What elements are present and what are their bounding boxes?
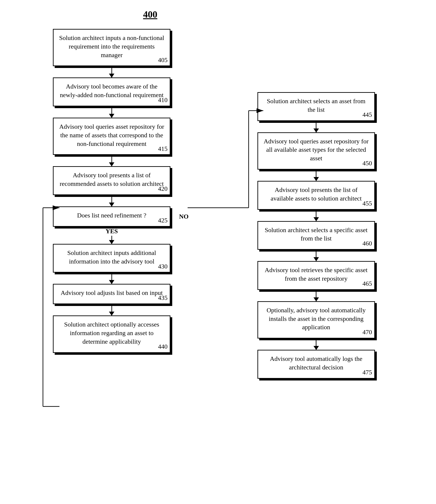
arrow-yes bbox=[111, 236, 112, 244]
arrow-410-415 bbox=[111, 106, 112, 118]
box-410-num: 410 bbox=[158, 96, 167, 104]
arrow-420-425 bbox=[111, 195, 112, 206]
right-column: Solution architect selects an asset from… bbox=[210, 29, 422, 379]
box-475-text: Advisory tool automatically logs the arc… bbox=[270, 355, 362, 371]
box-475-num: 475 bbox=[362, 368, 372, 377]
box-440: Solution architect optionally accesses i… bbox=[53, 315, 170, 353]
diamond-425-wrapper: Does list need refinement ? 425 NO bbox=[53, 206, 170, 227]
box-420: Advisory tool presents a list of recomme… bbox=[53, 166, 170, 195]
flowchart: Solution architect inputs a non-function… bbox=[14, 29, 422, 379]
box-415: Advisory tool queries asset repository f… bbox=[53, 118, 170, 155]
left-column: Solution architect inputs a non-function… bbox=[14, 29, 210, 379]
box-425-text: Does list need refinement ? bbox=[77, 212, 146, 219]
box-460-num: 460 bbox=[362, 239, 372, 248]
box-420-text: Advisory tool presents a list of recomme… bbox=[60, 172, 164, 187]
box-425-num: 425 bbox=[158, 216, 167, 225]
box-405-text: Solution architect inputs a non-function… bbox=[59, 34, 164, 58]
box-430-text: Solution architect inputs additional inf… bbox=[67, 249, 156, 265]
arrow-435-440 bbox=[111, 304, 112, 315]
box-465-text: Advisory tool retrieves the specific ass… bbox=[265, 266, 368, 282]
box-435-text: Advisory tool adjusts list based on inpu… bbox=[61, 289, 163, 296]
box-445-num: 445 bbox=[362, 110, 372, 119]
box-450: Advisory tool queries asset repository f… bbox=[258, 132, 375, 170]
yes-label: YES bbox=[106, 228, 118, 235]
arrow-415-420 bbox=[111, 155, 112, 166]
box-410-text: Advisory tool becomes aware of the newly… bbox=[60, 83, 164, 99]
box-440-text: Solution architect optionally accesses i… bbox=[64, 321, 159, 345]
arrow-460-465 bbox=[316, 250, 316, 261]
box-455: Advisory tool presents the list of avail… bbox=[258, 181, 375, 210]
box-475: Advisory tool automatically logs the arc… bbox=[258, 350, 375, 379]
diagram-title: 400 bbox=[0, 9, 422, 20]
box-470-num: 470 bbox=[362, 328, 372, 336]
box-420-num: 420 bbox=[158, 184, 167, 193]
arrow-465-470 bbox=[316, 290, 316, 301]
box-415-num: 415 bbox=[158, 144, 167, 153]
arrow-470-475 bbox=[316, 339, 316, 350]
arrow-445-450 bbox=[316, 121, 316, 132]
box-465: Advisory tool retrieves the specific ass… bbox=[258, 261, 375, 290]
arrow-455-460 bbox=[316, 210, 316, 221]
arrow-450-455 bbox=[316, 170, 316, 181]
box-440-num: 440 bbox=[158, 342, 167, 351]
box-455-num: 455 bbox=[362, 199, 372, 208]
box-410: Advisory tool becomes aware of the newly… bbox=[53, 77, 170, 106]
box-415-text: Advisory tool queries asset repository f… bbox=[59, 123, 164, 147]
box-445-text: Solution architect selects an asset from… bbox=[267, 98, 365, 113]
box-455-text: Advisory tool presents the list of avail… bbox=[270, 186, 362, 202]
arrow-405-410 bbox=[111, 66, 112, 77]
box-450-text: Advisory tool queries asset repository f… bbox=[264, 138, 369, 162]
box-470-text: Optionally, advisory tool automatically … bbox=[267, 307, 365, 331]
no-label: NO bbox=[179, 213, 188, 220]
box-405-num: 405 bbox=[158, 56, 167, 64]
box-445: Solution architect selects an asset from… bbox=[258, 92, 375, 121]
box-405: Solution architect inputs a non-function… bbox=[53, 29, 170, 66]
box-460: Solution architect selects a specific as… bbox=[258, 221, 375, 250]
box-435: Advisory tool adjusts list based on inpu… bbox=[53, 284, 170, 304]
box-425: Does list need refinement ? 425 bbox=[53, 206, 170, 227]
box-435-num: 435 bbox=[158, 294, 167, 302]
box-430: Solution architect inputs additional inf… bbox=[53, 244, 170, 273]
arrow-430-435 bbox=[111, 272, 112, 284]
page-container: 400 Solution architect inputs a non-func… bbox=[0, 0, 436, 504]
box-430-num: 430 bbox=[158, 262, 167, 271]
box-465-num: 465 bbox=[362, 279, 372, 288]
box-460-text: Solution architect selects a specific as… bbox=[265, 226, 368, 242]
box-450-num: 450 bbox=[362, 159, 372, 168]
box-470: Optionally, advisory tool automatically … bbox=[258, 301, 375, 339]
